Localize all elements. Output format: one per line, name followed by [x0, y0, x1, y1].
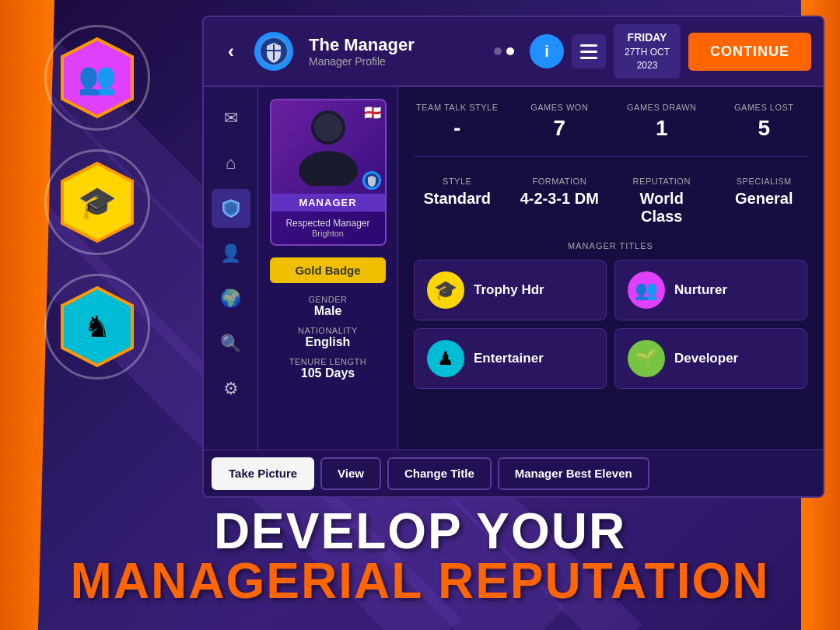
svg-point-5 [299, 151, 358, 186]
stat-reputation: REPUTATION World Class [618, 177, 705, 226]
top-bar: ‹ The Manager Manager Profile i FRIDA [204, 17, 823, 87]
trophy-hdr-name: Trophy Hdr [474, 282, 544, 298]
stat-specialism-label: SPECIALISM [721, 177, 808, 186]
back-button[interactable]: ‹ [215, 36, 247, 67]
nationality-value: English [270, 335, 386, 349]
stat-style: STYLE Standard [414, 177, 501, 226]
change-title-button[interactable]: Change Title [387, 457, 492, 490]
title-entertainer[interactable]: ♟ Entertainer [414, 328, 607, 389]
stat-reputation-label: REPUTATION [618, 177, 705, 186]
entertainer-icon: ♟ [427, 340, 464, 377]
stat-team-talk-value: - [414, 116, 501, 141]
title-trophy-hdr[interactable]: 🎓 Trophy Hdr [414, 260, 607, 320]
promo-line2: MANAGERIAL REPUTATION [71, 556, 770, 606]
svg-point-6 [314, 114, 342, 142]
tenure-value: 105 Days [270, 366, 386, 380]
manager-card: 🏴󠁧󠁢󠁥󠁮󠁧󠁿 MANAGER [270, 99, 387, 246]
nurturer-name: Nurturer [674, 282, 727, 298]
gold-badge-button[interactable]: Gold Badge [270, 257, 386, 283]
main-panel: ‹ The Manager Manager Profile i FRIDA [202, 16, 824, 498]
stat-formation: FORMATION 4-2-3-1 DM [516, 177, 604, 226]
info-button[interactable]: i [530, 34, 564, 68]
bottom-promo: DEVELOP YOUR MANAGERIAL REPUTATION [0, 482, 840, 630]
profile-field-gender: Gender Male [270, 295, 386, 318]
profile-section: 🏴󠁧󠁢󠁥󠁮󠁧󠁿 MANAGER [258, 87, 398, 450]
stat-style-label: STYLE [414, 177, 501, 186]
card-flag: 🏴󠁧󠁢󠁥󠁮󠁧󠁿 [364, 104, 381, 121]
stat-specialism: SPECIALISM General [721, 177, 808, 226]
card-role: Respected Manager [278, 218, 379, 229]
people-icon: 👥 [78, 60, 117, 96]
content-area: ✉ ⌂ 👤 🌍 🔍 ⚙ 🏴󠁧󠁢󠁥󠁮󠁧󠁿 [204, 87, 823, 450]
stat-games-lost-value: 5 [721, 116, 808, 141]
manager-subtitle: Manager Profile [309, 55, 486, 68]
nav-home[interactable]: ⌂ [212, 144, 250, 183]
stat-games-won-label: GAMES WON [516, 103, 604, 112]
dots-indicator [494, 47, 514, 55]
card-club: Brighton [278, 229, 379, 238]
stat-formation-label: FORMATION [516, 177, 604, 186]
developer-icon: 🌱 [628, 340, 665, 377]
badge-chess: ♞ [51, 280, 144, 373]
nav-globe[interactable]: 🌍 [212, 279, 250, 318]
nav-mail[interactable]: ✉ [212, 99, 250, 138]
nurturer-icon: 👥 [628, 271, 665, 309]
stat-games-drawn-label: GAMES DRAWN [618, 103, 705, 112]
stats-section: TEAM TALK STYLE - GAMES WON 7 GAMES DRAW… [398, 87, 823, 450]
bottom-bar: Take Picture View Change Title Manager B… [204, 450, 823, 496]
club-logo [254, 32, 293, 71]
card-header: 🏴󠁧󠁢󠁥󠁮󠁧󠁿 [271, 100, 385, 194]
manager-name: The Manager [309, 35, 486, 55]
nav-search[interactable]: 🔍 [212, 324, 250, 363]
stat-games-lost: GAMES LOST 5 [721, 103, 808, 141]
menu-button[interactable] [572, 34, 606, 68]
tenure-label: Tenure Length [270, 357, 386, 366]
stat-games-drawn-value: 1 [618, 116, 705, 141]
stat-reputation-value: World Class [618, 190, 705, 226]
gender-value: Male [270, 304, 386, 318]
profile-field-tenure: Tenure Length 105 Days [270, 357, 386, 380]
date-day: FRIDAY [625, 30, 670, 46]
profile-field-nationality: Nationality English [270, 326, 386, 349]
nav-person[interactable]: 👤 [212, 234, 250, 273]
title-developer[interactable]: 🌱 Developer [614, 328, 807, 389]
gender-label: Gender [270, 295, 386, 304]
badge-graduation: 🎓 [51, 156, 144, 249]
take-picture-button[interactable]: Take Picture [212, 457, 314, 490]
manager-titles-label: MANAGER TITLES [414, 241, 807, 250]
card-info: Respected Manager Brighton [271, 212, 385, 244]
badge-people: 👥 [51, 31, 144, 124]
title-nurturer[interactable]: 👥 Nurturer [614, 260, 807, 320]
menu-line-1 [580, 44, 597, 47]
nav-shield[interactable] [212, 189, 250, 228]
stat-team-talk-label: TEAM TALK STYLE [414, 103, 501, 112]
left-nav: ✉ ⌂ 👤 🌍 🔍 ⚙ [204, 87, 258, 450]
menu-line-3 [580, 57, 597, 59]
stat-games-drawn: GAMES DRAWN 1 [618, 103, 705, 141]
card-label: MANAGER [271, 194, 385, 212]
continue-button[interactable]: CONTINUE [688, 33, 811, 71]
view-button[interactable]: View [320, 457, 381, 490]
stat-games-lost-label: GAMES LOST [721, 103, 808, 112]
manager-silhouette [293, 108, 363, 186]
stat-games-won-value: 7 [516, 116, 604, 141]
graduation-icon: 🎓 [78, 184, 117, 221]
promo-line1: DEVELOP YOUR [214, 506, 626, 556]
manager-best-eleven-button[interactable]: Manager Best Eleven [498, 457, 649, 490]
stat-team-talk-style: TEAM TALK STYLE - [414, 103, 501, 141]
stat-formation-value: 4-2-3-1 DM [516, 190, 604, 208]
nationality-label: Nationality [270, 326, 386, 335]
stats-row-1: TEAM TALK STYLE - GAMES WON 7 GAMES DRAW… [414, 103, 807, 157]
titles-grid: 🎓 Trophy Hdr 👥 Nurturer ♟ Entertainer 🌱 … [414, 260, 807, 389]
dot-1 [494, 47, 502, 55]
stat-games-won: GAMES WON 7 [516, 103, 604, 141]
nav-gear[interactable]: ⚙ [212, 369, 250, 408]
date-number: 27TH OCT [625, 46, 670, 59]
date-block: FRIDAY 27TH OCT 2023 [614, 24, 681, 78]
date-year: 2023 [625, 59, 670, 72]
entertainer-name: Entertainer [474, 351, 544, 366]
trophy-hdr-icon: 🎓 [427, 271, 464, 309]
dot-2 [506, 47, 514, 55]
chess-icon: ♞ [84, 310, 110, 344]
developer-name: Developer [674, 351, 738, 366]
